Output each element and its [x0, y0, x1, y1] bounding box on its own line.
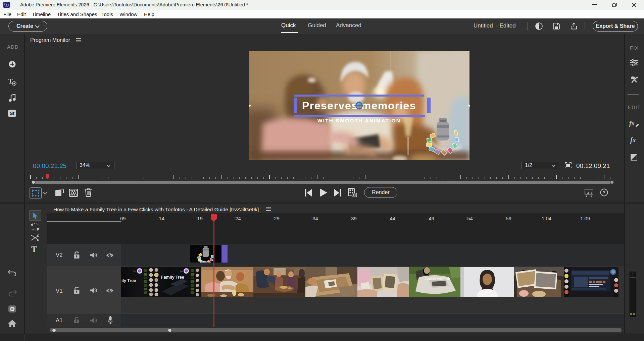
svg-text:Family Tree: Family Tree: [161, 275, 184, 280]
svg-text:Tonf: Tonf: [133, 270, 137, 272]
svg-text:WITH SMOOTH ANIMATION: WITH SMOOTH ANIMATION: [317, 118, 401, 123]
svg-text:Tonf: Tonf: [180, 270, 183, 272]
svg-text:ily Tree: ily Tree: [121, 278, 136, 283]
svg-text:fx: fx: [629, 120, 635, 127]
svg-text:Face Recognition: Face Recognition: [425, 277, 450, 280]
svg-text:?: ?: [603, 190, 606, 195]
